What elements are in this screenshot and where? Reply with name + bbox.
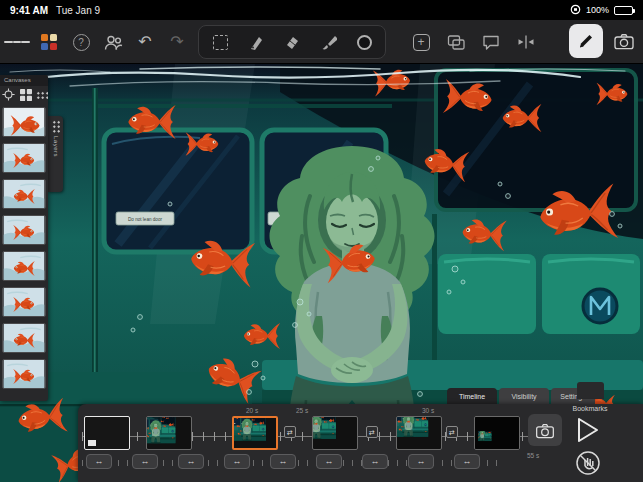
undo-button[interactable]: ↶	[132, 27, 158, 57]
tool-group	[198, 25, 386, 59]
canvases-panel: Canvases	[0, 75, 48, 401]
canvas-thumbnail[interactable]	[2, 143, 46, 173]
timeline-frame[interactable]	[146, 416, 192, 450]
flip-frame-icon	[517, 33, 535, 51]
hold-duration-button[interactable]: ↔	[362, 454, 388, 469]
hold-duration-button[interactable]: ↔	[454, 454, 480, 469]
transition-badge[interactable]: ⇄	[366, 426, 378, 438]
canvas-thumbnail[interactable]	[2, 359, 46, 389]
timeline-frame-selected[interactable]	[232, 416, 278, 450]
tab-timeline[interactable]: Timeline	[447, 388, 497, 404]
app-logo-icon[interactable]	[36, 27, 62, 57]
eraser-icon	[284, 34, 301, 50]
select-tool-button[interactable]	[207, 27, 233, 57]
no-touch-icon	[575, 450, 601, 476]
hold-duration-button[interactable]: ↔	[316, 454, 342, 469]
comments-button[interactable]	[478, 27, 504, 57]
hold-duration-button[interactable]: ↔	[178, 454, 204, 469]
camera-icon	[613, 32, 635, 50]
hold-duration-button[interactable]: ↔	[224, 454, 250, 469]
brush-size-icon	[357, 35, 372, 50]
camera-icon	[535, 422, 555, 439]
timeline-frame[interactable]	[396, 416, 442, 450]
play-icon	[575, 416, 601, 444]
layers-drag-handle-icon	[52, 120, 60, 133]
brush-icon	[320, 34, 337, 51]
transition-badge[interactable]: ⇄	[284, 426, 296, 438]
canvases-drag-handle-icon[interactable]	[36, 91, 48, 99]
canvas-thumbnail-list	[2, 107, 46, 389]
menu-icon[interactable]	[4, 27, 30, 57]
time-label-20s: 20 s	[246, 407, 258, 414]
duration-label: 55 s	[527, 452, 539, 459]
brush-tool-button[interactable]	[315, 27, 341, 57]
top-toolbar: ? ↶ ↷	[0, 20, 643, 64]
timeline-camera-button[interactable]	[528, 414, 562, 446]
redo-button[interactable]: ↷	[164, 27, 190, 57]
rotation-lock-icon	[570, 4, 581, 17]
canvases-panel-title[interactable]: Canvases	[0, 75, 48, 86]
brush-size-button[interactable]	[351, 27, 377, 57]
battery-percent: 100%	[586, 5, 609, 15]
onion-skin-button[interactable]	[443, 27, 469, 57]
timeline-frame-dark[interactable]	[474, 416, 520, 450]
share-users-button[interactable]	[100, 27, 126, 57]
canvas-thumbnail[interactable]	[2, 251, 46, 281]
hold-duration-button[interactable]: ↔	[408, 454, 434, 469]
people-icon	[104, 34, 123, 51]
flip-frame-button[interactable]	[513, 27, 539, 57]
canvas-thumbnail[interactable]	[2, 287, 46, 317]
current-frame-placeholder[interactable]	[84, 416, 130, 450]
hold-duration-button[interactable]: ↔	[132, 454, 158, 469]
battery-icon	[614, 6, 633, 15]
knife-icon	[248, 34, 264, 51]
camera-button[interactable]	[609, 24, 639, 58]
grid-view-icon	[20, 89, 32, 101]
time-label-30s: 30 s	[422, 407, 434, 414]
canvas-thumbnail[interactable]	[2, 107, 46, 137]
onion-skin-icon	[447, 33, 465, 51]
status-time: 9:41 AM	[10, 5, 48, 16]
add-frame-button[interactable]: +	[408, 27, 434, 57]
timeline-panel: Timeline Visibility Settings Bookmarks 2…	[78, 388, 643, 482]
canvas-target-button[interactable]	[2, 88, 15, 101]
pencil-icon	[577, 32, 595, 50]
hold-duration-button[interactable]: ↔	[86, 454, 112, 469]
time-label-25s: 25 s	[296, 407, 308, 414]
status-bar: 9:41 AM Tue Jan 9 100%	[0, 0, 643, 20]
help-button[interactable]: ?	[68, 27, 94, 57]
hold-duration-button[interactable]: ↔	[270, 454, 296, 469]
play-button[interactable]	[575, 416, 601, 444]
app-window: Do not lean door Не прислоняться	[0, 0, 643, 482]
timeline-frame[interactable]	[312, 416, 358, 450]
add-frame-icon: +	[413, 34, 430, 51]
help-icon: ?	[73, 34, 90, 51]
tab-visibility[interactable]: Visibility	[499, 388, 549, 404]
eraser-tool-button[interactable]	[279, 27, 305, 57]
layers-label: Layers	[53, 136, 59, 157]
speech-bubble-icon	[482, 34, 500, 51]
canvas-thumbnail[interactable]	[2, 179, 46, 209]
canvas-thumbnail[interactable]	[2, 323, 46, 353]
cut-tool-button[interactable]	[243, 27, 269, 57]
transition-badge[interactable]: ⇄	[446, 426, 458, 438]
layers-tab[interactable]: Layers	[48, 116, 63, 192]
bookmarks-label[interactable]: Bookmarks	[559, 405, 621, 412]
canvas-grid-view-button[interactable]	[19, 88, 32, 101]
status-date: Tue Jan 9	[56, 5, 100, 16]
crosshair-icon	[2, 88, 15, 101]
bookmarks-drag-handle-icon[interactable]	[577, 382, 604, 399]
draw-mode-button[interactable]	[569, 24, 603, 58]
marquee-icon	[213, 35, 228, 50]
canvas-thumbnail[interactable]	[2, 215, 46, 245]
touch-disable-button[interactable]	[575, 450, 601, 476]
